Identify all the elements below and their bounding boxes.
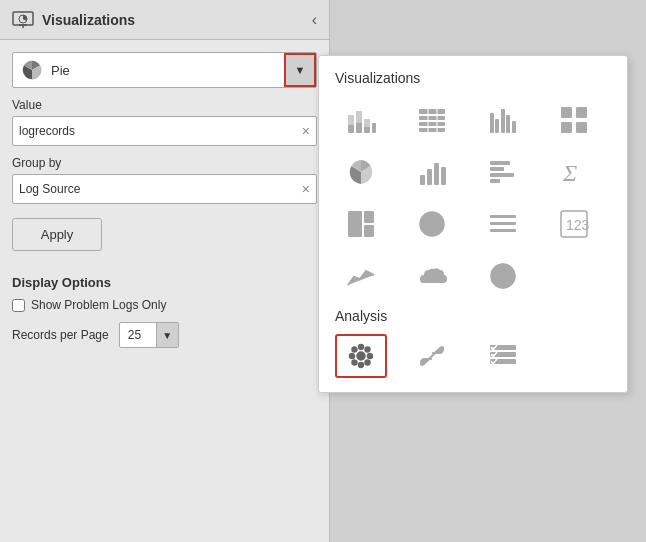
globe-viz-item[interactable] <box>477 254 529 298</box>
svg-rect-24 <box>576 107 587 118</box>
analysis-grid <box>335 334 611 378</box>
number-viz-item[interactable]: 123 <box>548 202 600 246</box>
svg-rect-14 <box>419 122 445 126</box>
svg-rect-26 <box>576 122 587 133</box>
records-per-page-value: 25 <box>120 328 156 342</box>
pie-viz-item[interactable] <box>335 150 387 194</box>
link-analysis-item[interactable] <box>406 334 458 378</box>
svg-rect-33 <box>490 173 514 177</box>
svg-rect-29 <box>434 163 439 185</box>
panel-title: Visualizations <box>42 12 135 28</box>
svg-rect-12 <box>419 109 445 114</box>
records-per-page-row: Records per Page 25 ▼ <box>0 320 329 350</box>
show-problem-logs-checkbox[interactable] <box>12 299 25 312</box>
pie-chart-icon <box>21 59 43 81</box>
svg-rect-21 <box>506 115 510 133</box>
svg-rect-28 <box>427 169 432 185</box>
groupby-clear-button[interactable]: × <box>302 181 310 197</box>
analysis-section-title: Analysis <box>335 308 611 324</box>
apply-button[interactable]: Apply <box>12 218 102 251</box>
svg-rect-30 <box>441 167 446 185</box>
svg-rect-45 <box>490 229 516 232</box>
target-viz-item[interactable] <box>406 202 458 246</box>
collapse-button[interactable]: ‹ <box>312 11 317 29</box>
svg-rect-15 <box>419 128 445 132</box>
viz-dropdown-panel: Visualizations <box>318 55 628 393</box>
cloud-viz-item[interactable] <box>406 254 458 298</box>
line-chart-viz-item[interactable] <box>335 254 387 298</box>
svg-rect-27 <box>420 175 425 185</box>
svg-line-62 <box>427 351 437 361</box>
panel-header: Visualizations ‹ <box>0 0 329 40</box>
checklist-analysis-item[interactable] <box>477 334 529 378</box>
svg-rect-8 <box>356 111 362 123</box>
value-field[interactable]: logrecords × <box>12 116 317 146</box>
svg-text:123: 123 <box>566 217 589 233</box>
svg-rect-36 <box>348 211 362 237</box>
svg-rect-37 <box>364 211 374 223</box>
show-problem-logs-label: Show Problem Logs Only <box>31 298 166 312</box>
empty-cell-1 <box>548 254 600 298</box>
show-problem-logs-row: Show Problem Logs Only <box>0 290 329 320</box>
groupby-label: Group by <box>0 146 329 174</box>
svg-rect-10 <box>364 119 370 127</box>
groupby-field[interactable]: Log Source × <box>12 174 317 204</box>
svg-rect-11 <box>372 123 376 133</box>
chart-type-label: Pie <box>51 63 284 78</box>
svg-point-53 <box>357 352 365 360</box>
svg-point-42 <box>431 223 434 226</box>
value-clear-button[interactable]: × <box>302 123 310 139</box>
groupby-field-text: Log Source <box>19 182 302 196</box>
horizontal-bar-viz-item[interactable] <box>477 150 529 194</box>
svg-rect-32 <box>490 167 504 171</box>
svg-rect-19 <box>495 119 499 133</box>
grouped-bar-viz-item[interactable] <box>477 98 529 142</box>
svg-point-54 <box>359 345 364 350</box>
svg-point-61 <box>352 360 357 365</box>
svg-rect-23 <box>561 107 572 118</box>
value-label: Value <box>0 88 329 116</box>
grid-viz-item[interactable] <box>548 98 600 142</box>
viz-grid: Σ 123 <box>335 98 611 298</box>
svg-rect-31 <box>490 161 510 165</box>
svg-rect-38 <box>364 225 374 237</box>
cluster-analysis-item[interactable] <box>335 334 387 378</box>
svg-point-56 <box>350 354 355 359</box>
svg-rect-18 <box>490 113 494 133</box>
treemap-viz-item[interactable] <box>335 202 387 246</box>
records-per-page-label: Records per Page <box>12 328 109 342</box>
svg-rect-44 <box>490 222 516 225</box>
svg-rect-43 <box>490 215 516 218</box>
stacked-bar-viz-item[interactable] <box>335 98 387 142</box>
records-per-page-dropdown[interactable]: 25 ▼ <box>119 322 179 348</box>
records-dropdown-arrow[interactable]: ▼ <box>156 323 178 347</box>
viz-section-title: Visualizations <box>335 70 611 86</box>
chart-type-dropdown-arrow[interactable]: ▼ <box>284 53 316 87</box>
monitor-icon <box>12 11 34 29</box>
svg-rect-20 <box>501 109 505 133</box>
panel-header-left: Visualizations <box>12 11 135 29</box>
value-field-text: logrecords <box>19 124 302 138</box>
svg-point-57 <box>368 354 373 359</box>
svg-point-59 <box>365 360 370 365</box>
svg-rect-6 <box>348 115 354 125</box>
display-options-section: Display Options <box>0 265 329 290</box>
svg-point-60 <box>365 347 370 352</box>
svg-rect-13 <box>419 116 445 120</box>
svg-rect-22 <box>512 121 516 133</box>
chart-type-selector[interactable]: Pie ▼ <box>12 52 317 88</box>
svg-text:Σ: Σ <box>562 160 577 186</box>
lines-viz-item[interactable] <box>477 202 529 246</box>
svg-rect-25 <box>561 122 572 133</box>
svg-point-55 <box>359 363 364 368</box>
left-panel: Visualizations ‹ Pie ▼ Value logrecords … <box>0 0 330 542</box>
pie-icon-wrapper <box>13 59 51 81</box>
table-viz-item[interactable] <box>406 98 458 142</box>
svg-rect-34 <box>490 179 500 183</box>
sigma-viz-item[interactable]: Σ <box>548 150 600 194</box>
bar-viz-item[interactable] <box>406 150 458 194</box>
svg-point-58 <box>352 347 357 352</box>
